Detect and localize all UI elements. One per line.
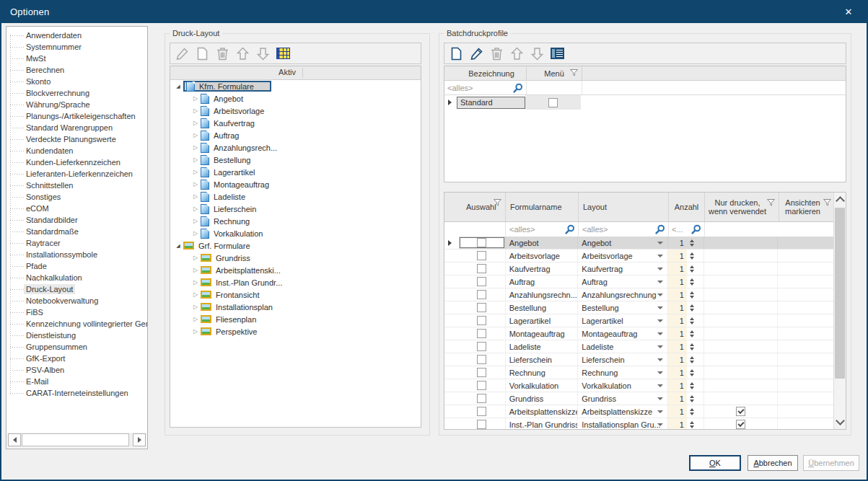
column-header-menue[interactable]: Menü — [527, 66, 582, 80]
auswahl-checkbox[interactable] — [477, 407, 486, 416]
sidebar-item-planungswerte[interactable]: Verdeckte Planungswerte — [6, 133, 147, 145]
sidebar-item-notebookverwaltung[interactable]: Notebookverwaltung — [6, 295, 147, 306]
sidebar-item-kunden-lieferkennzeichen[interactable]: Kunden-Lieferkennzeichen — [6, 156, 147, 168]
spinner[interactable] — [690, 239, 694, 247]
sidebar-item-mwst[interactable]: MwSt — [6, 53, 147, 64]
tree-item-anzahlungsrechnung[interactable]: ▷Anzahlungsrech... — [170, 141, 421, 154]
anzahl-cell[interactable]: 1 — [668, 301, 704, 314]
filter-icon[interactable] — [494, 199, 501, 206]
spinner[interactable] — [690, 278, 694, 286]
tree-item-auftrag[interactable]: ▷Auftrag — [170, 129, 421, 141]
copy-button[interactable] — [195, 45, 209, 61]
tree-item-installationsplan[interactable]: ▷Installationsplan — [170, 301, 421, 313]
cancel-button[interactable]: Abbrechen — [748, 455, 798, 471]
delete-profile-button[interactable] — [489, 45, 504, 61]
dropdown-icon[interactable] — [657, 332, 663, 335]
sidebar-item-dienstleistung[interactable]: Dienstleistung — [6, 330, 147, 341]
search-icon[interactable] — [691, 224, 701, 234]
dropdown-icon[interactable] — [657, 423, 663, 426]
layout-cell[interactable]: Arbeitsvorlage — [578, 250, 668, 262]
dropdown-icon[interactable] — [657, 281, 663, 283]
dropdown-icon[interactable] — [657, 294, 663, 296]
anzahl-cell[interactable]: 1 — [668, 237, 704, 249]
table-row-angebot[interactable]: Angebot Angebot 1 — [444, 237, 833, 250]
search-icon[interactable] — [513, 83, 523, 93]
dropdown-icon[interactable] — [657, 397, 663, 400]
expander-icon[interactable]: ▷ — [190, 267, 201, 273]
auswahl-checkbox[interactable] — [477, 368, 486, 377]
spinner[interactable] — [690, 317, 694, 325]
sidebar-item-gruppensummen[interactable]: Gruppensummen — [6, 341, 147, 353]
dropdown-icon[interactable] — [657, 410, 663, 413]
table-row-rechnung[interactable]: Rechnung Rechnung 1 — [444, 366, 833, 379]
column-header-auswahl[interactable]: Auswahl — [459, 193, 506, 221]
auswahl-checkbox[interactable] — [477, 290, 486, 299]
filter-icon[interactable] — [767, 199, 775, 206]
spinner[interactable] — [690, 369, 694, 376]
auswahl-checkbox[interactable] — [477, 329, 486, 338]
layout-cell[interactable]: Kaufvertrag — [578, 262, 668, 275]
layout-cell[interactable]: Grundriss — [578, 392, 668, 405]
anzahl-cell[interactable]: 1 — [668, 314, 704, 327]
dropdown-icon[interactable] — [657, 358, 663, 361]
table-row-kaufvertrag[interactable]: Kaufvertrag Kaufvertrag 1 — [444, 262, 833, 275]
edit-button[interactable] — [175, 45, 189, 61]
layout-cell[interactable]: Ladeliste — [578, 340, 668, 353]
nur-drucken-checkbox[interactable] — [736, 420, 745, 429]
sidebar-item-ecom[interactable]: eCOM — [6, 203, 147, 214]
dropdown-icon[interactable] — [657, 268, 663, 270]
auswahl-checkbox[interactable] — [477, 420, 486, 429]
layout-cell[interactable]: Anzahlungsrechnung — [578, 288, 668, 301]
column-header-formularname[interactable]: Formularname — [506, 193, 579, 221]
sidebar-item-installationssymbole[interactable]: Installationssymbole — [6, 249, 147, 260]
move-up-button[interactable] — [235, 45, 250, 61]
bezeichnung-cell[interactable]: Standard — [457, 97, 525, 109]
spinner[interactable] — [690, 382, 694, 389]
spinner[interactable] — [690, 343, 694, 350]
layout-cell[interactable]: Installationsplan Gru... — [578, 418, 668, 429]
formularname-filter[interactable]: <alles> — [506, 222, 579, 237]
auswahl-checkbox[interactable] — [477, 264, 486, 273]
expander-icon[interactable]: ▷ — [190, 218, 201, 224]
dropdown-icon[interactable] — [657, 306, 663, 309]
ok-button[interactable]: OK — [689, 455, 741, 471]
filter-icon[interactable] — [823, 199, 831, 206]
table-row-arbeitsvorlage[interactable]: Arbeitsvorlage Arbeitsvorlage 1 — [444, 250, 833, 262]
table-row-auftrag[interactable]: Auftrag Auftrag 1 — [444, 275, 833, 288]
column-header-anzahl[interactable]: Anzahl — [669, 193, 705, 221]
anzahl-cell[interactable]: 1 — [668, 262, 704, 275]
sidebar-item-nachkalkulation[interactable]: Nachkalkulation — [6, 272, 147, 283]
delete-button[interactable] — [215, 45, 229, 61]
anzahl-cell[interactable]: 1 — [668, 250, 704, 262]
tree-item-angebot[interactable]: ▷Angebot — [170, 92, 421, 105]
anzahl-cell[interactable]: 1 — [668, 366, 704, 379]
sidebar-item-berechnen[interactable]: Berechnen — [6, 64, 147, 76]
sidebar-item-waehrung[interactable]: Währung/Sprache — [6, 99, 147, 110]
expander-icon[interactable]: ▷ — [190, 144, 201, 151]
sidebar-item-fibs[interactable]: FiBS — [6, 306, 147, 318]
table-row-vorkalkulation[interactable]: Vorkalkulation Vorkalkulation 1 — [444, 379, 833, 392]
anzahl-cell[interactable]: 1 — [668, 288, 704, 301]
anzahl-cell[interactable]: 1 — [668, 418, 704, 429]
sidebar-item-sonstiges[interactable]: Sonstiges — [6, 191, 147, 203]
tree-item-vorkalkulation[interactable]: ▷Vorkalkulation — [170, 227, 421, 239]
layout-cell[interactable]: Montageauftrag — [578, 327, 668, 340]
expander-icon[interactable]: ◢ — [173, 84, 183, 89]
move-down-button[interactable] — [255, 45, 270, 61]
sidebar-item-schnittstellen[interactable]: Schnittstellen — [6, 180, 147, 191]
move-up-button[interactable] — [509, 45, 524, 61]
dropdown-icon[interactable] — [657, 345, 663, 348]
spinner[interactable] — [690, 408, 694, 415]
nur-drucken-checkbox[interactable] — [736, 407, 745, 416]
bezeichnung-filter[interactable]: <alles> — [444, 81, 527, 94]
dropdown-icon[interactable] — [657, 255, 663, 257]
tree-item-perspektive[interactable]: ▷Perspektive — [170, 325, 421, 337]
anzahl-filter[interactable]: <... — [669, 222, 705, 237]
tree-item-ladeliste[interactable]: ▷Ladeliste — [170, 190, 421, 203]
sidebar-item-anwenderdaten[interactable]: Anwenderdaten — [6, 30, 147, 41]
expander-icon[interactable]: ▷ — [190, 255, 201, 261]
auswahl-checkbox[interactable] — [477, 316, 486, 325]
menue-filter[interactable] — [527, 81, 582, 94]
tree-item-rechnung[interactable]: ▷Rechnung — [170, 215, 421, 227]
tree-item-lagerartikel[interactable]: ▷Lagerartikel — [170, 166, 421, 178]
